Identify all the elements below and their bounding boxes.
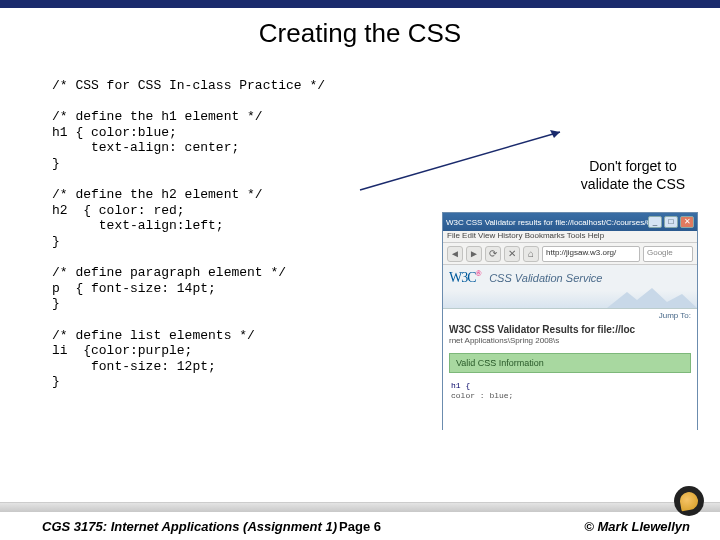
ucf-pegasus-icon bbox=[679, 491, 700, 512]
footer-copyright: © Mark Llewellyn bbox=[584, 519, 690, 534]
search-input[interactable]: Google bbox=[643, 246, 693, 262]
forward-button[interactable]: ► bbox=[466, 246, 482, 262]
svg-marker-1 bbox=[550, 130, 560, 138]
footer-gradient bbox=[0, 502, 720, 512]
w3c-logo-sup: ® bbox=[476, 269, 481, 278]
stop-button[interactable]: ✕ bbox=[504, 246, 520, 262]
svg-marker-2 bbox=[607, 288, 697, 308]
css-code-block: /* CSS for CSS In-class Practice */ /* d… bbox=[52, 78, 412, 390]
footer-course: CGS 3175: Internet Applications (Assignm… bbox=[42, 519, 337, 534]
browser-title-text: W3C CSS Validator results for file://loc… bbox=[446, 218, 648, 227]
w3c-logo: W3C® bbox=[449, 269, 481, 286]
valid-css-banner: Valid CSS Information bbox=[449, 353, 691, 373]
minimize-button[interactable]: _ bbox=[648, 216, 662, 228]
validator-result-subtitle: rnet Applications\Spring 2008\s bbox=[443, 336, 697, 349]
css-sample-output: h1 { color : blue; bbox=[443, 377, 697, 406]
reload-button[interactable]: ⟳ bbox=[485, 246, 501, 262]
browser-toolbar: ◄ ► ⟳ ✕ ⌂ http://jigsaw.w3.org/ Google bbox=[443, 243, 697, 265]
browser-titlebar: W3C CSS Validator results for file://loc… bbox=[443, 213, 697, 231]
mountains-icon bbox=[607, 286, 697, 308]
ucf-logo-icon bbox=[674, 486, 704, 516]
browser-window: W3C CSS Validator results for file://loc… bbox=[442, 212, 698, 430]
footer-bar: CGS 3175: Internet Applications (Assignm… bbox=[0, 512, 720, 540]
validator-service-title: CSS Validation Service bbox=[489, 272, 602, 284]
validator-result-title: W3C CSS Validator Results for file://loc bbox=[443, 322, 697, 336]
top-accent-bar bbox=[0, 0, 720, 8]
slide-title: Creating the CSS bbox=[0, 18, 720, 49]
css-sample-selector: h1 { bbox=[451, 381, 689, 391]
footer-page: Page 6 bbox=[339, 519, 381, 534]
browser-content: W3C® CSS Validation Service Jump To: W3C… bbox=[443, 265, 697, 431]
url-input[interactable]: http://jigsaw.w3.org/ bbox=[542, 246, 640, 262]
back-button[interactable]: ◄ bbox=[447, 246, 463, 262]
window-buttons: _ □ ✕ bbox=[648, 216, 694, 228]
validator-header: W3C® CSS Validation Service bbox=[443, 265, 697, 309]
slide-footer: CGS 3175: Internet Applications (Assignm… bbox=[0, 502, 720, 540]
maximize-button[interactable]: □ bbox=[664, 216, 678, 228]
jump-to-link[interactable]: Jump To: bbox=[443, 309, 697, 322]
home-button[interactable]: ⌂ bbox=[523, 246, 539, 262]
css-sample-declaration: color : blue; bbox=[451, 391, 689, 401]
validate-callout: Don't forget to validate the CSS bbox=[568, 158, 698, 193]
close-button[interactable]: ✕ bbox=[680, 216, 694, 228]
w3c-logo-text: W3C bbox=[449, 270, 476, 285]
browser-menubar[interactable]: File Edit View History Bookmarks Tools H… bbox=[443, 231, 697, 243]
